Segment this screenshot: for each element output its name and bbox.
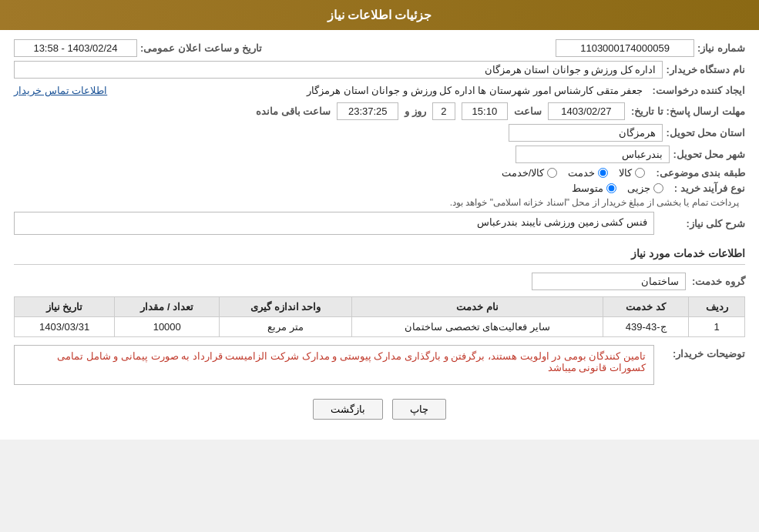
cell-radif: 1 — [689, 317, 745, 337]
ettelaat-tamas-link[interactable]: اطلاعات تماس خریدار — [14, 85, 107, 96]
pair-tarikh: تاریخ و ساعت اعلان عمومی: 1403/02/24 - 1… — [14, 39, 262, 57]
shahr-value: بندرعباس — [516, 146, 670, 163]
col-radif: ردیف — [689, 297, 745, 317]
cell-vahed: متر مربع — [220, 317, 352, 337]
tozihat-value: تامین کنندگان بومی در اولویت هستند، برگر… — [14, 345, 654, 385]
saat-label: ساعت — [514, 105, 542, 117]
ostan-label: استان محل تحویل: — [666, 127, 745, 139]
radio-motavaset-input[interactable] — [606, 183, 616, 193]
table-head: ردیف کد خدمت نام خدمت واحد اندازه گیری ت… — [15, 297, 745, 317]
radio-jozvi-input[interactable] — [653, 183, 663, 193]
ijad-label: ایجاد کننده درخواست: — [652, 85, 745, 96]
radio-motavaset: متوسط — [572, 182, 616, 194]
row-mohlat: مهلت ارسال پاسخ: تا تاریخ: 1403/02/27 سا… — [14, 102, 745, 120]
sharh-value: فنس کشی زمین ورزشی نایبند بندرعباس — [14, 212, 654, 235]
row-farayand: نوع فرآیند خرید : جزیی متوسط پرداخت تمام… — [14, 182, 745, 208]
radio-jozvi-label: جزیی — [627, 182, 650, 194]
pair-tabaqe: طبقه بندی موضوعی: کالا خدمت کالا/خدمت — [502, 167, 745, 179]
content-area: شماره نیاز: 1103000174000059 تاریخ و ساع… — [0, 30, 759, 440]
row-tabaqe: طبقه بندی موضوعی: کالا خدمت کالا/خدمت — [14, 167, 745, 179]
radio-kala-input[interactable] — [635, 168, 645, 178]
farayand-radio-group: جزیی متوسط — [572, 182, 663, 194]
bazgasht-button[interactable]: بازگشت — [313, 399, 383, 420]
farayand-label: نوع فرآیند خرید : — [674, 182, 745, 194]
pair-dastgah: نام دستگاه خریدار: اداره کل ورزش و جوانا… — [14, 61, 745, 79]
chap-button[interactable]: چاپ — [392, 399, 446, 420]
tarikh-value: 1403/02/24 - 13:58 — [14, 39, 137, 57]
row-gorohe: گروه خدمت: ساختمان — [14, 273, 745, 290]
row-ostan: استان محل تحویل: هرمزگان — [14, 124, 745, 142]
dastgah-label: نام دستگاه خریدار: — [666, 64, 745, 75]
row-ijad: ایجاد کننده درخواست: جعفر متقی کارشناس ا… — [14, 82, 745, 99]
pair-ostan: استان محل تحویل: هرمزگان — [14, 124, 745, 142]
ijad-value: جعفر متقی کارشناس امور شهرستان ها اداره … — [116, 82, 649, 99]
col-kod: کد خدمت — [603, 297, 689, 317]
col-vahed: واحد اندازه گیری — [220, 297, 352, 317]
row-sharh: شرح کلی نیاز: فنس کشی زمین ورزشی نایبند … — [14, 212, 745, 235]
ostan-value: هرمزگان — [509, 124, 663, 142]
shomara-label: شماره نیاز: — [697, 42, 745, 54]
col-tedad: تعداد / مقدار — [115, 297, 220, 317]
radio-khedmat-label: خدمت — [568, 167, 595, 179]
table-header-row: ردیف کد خدمت نام خدمت واحد اندازه گیری ت… — [15, 297, 745, 317]
page-wrapper: جزئیات اطلاعات نیاز شماره نیاز: 11030001… — [0, 0, 759, 440]
pair-shomara: شماره نیاز: 1103000174000059 — [556, 39, 745, 57]
sharh-section: شرح کلی نیاز: فنس کشی زمین ورزشی نایبند … — [14, 212, 745, 235]
col-tarikh: تاریخ نیاز — [15, 297, 115, 317]
shahr-label: شهر محل تحویل: — [673, 149, 745, 160]
tarikh-label: تاریخ و ساعت اعلان عمومی: — [140, 42, 262, 54]
gorohe-value: ساختمان — [532, 273, 686, 290]
row-dastgah: نام دستگاه خریدار: اداره کل ورزش و جوانا… — [14, 61, 745, 79]
sharh-label-cell: شرح کلی نیاز: — [660, 218, 745, 229]
mohlat-baqi-value: 23:37:25 — [337, 102, 398, 120]
pair-ijad: ایجاد کننده درخواست: جعفر متقی کارشناس ا… — [14, 82, 745, 99]
tabaqe-label: طبقه بندی موضوعی: — [656, 167, 745, 179]
cell-name: سایر فعالیت‌های تخصصی ساختمان — [351, 317, 603, 337]
mohlat-date-value: 1403/02/27 — [548, 102, 625, 120]
radio-khedmat: خدمت — [568, 167, 608, 179]
page-header: جزئیات اطلاعات نیاز — [0, 0, 759, 30]
baqi-label: ساعت باقی مانده — [256, 105, 331, 117]
gorohe-label: گروه خدمت: — [692, 276, 745, 287]
services-table: ردیف کد خدمت نام خدمت واحد اندازه گیری ت… — [14, 296, 745, 337]
mohlat-roz-value: 2 — [432, 102, 455, 120]
mohlat-saat-value: 15:10 — [462, 102, 508, 120]
pair-mohlat: مهلت ارسال پاسخ: تا تاریخ: 1403/02/27 سا… — [256, 102, 745, 120]
radio-kala-khedmat: کالا/خدمت — [502, 167, 558, 179]
radio-kala: کالا — [619, 167, 645, 179]
tozihat-label: توضیحات خریدار: — [673, 348, 745, 360]
table-row: 1 ج-43-439 سایر فعالیت‌های تخصصی ساختمان… — [15, 317, 745, 337]
farayand-note: پرداخت تمام یا بخشی از مبلغ خریدار از مح… — [450, 197, 745, 208]
section2-title: اطلاعات خدمات مورد نیاز — [14, 247, 745, 265]
shomara-value: 1103000174000059 — [556, 39, 694, 57]
pair-farayand: نوع فرآیند خرید : جزیی متوسط — [572, 182, 745, 194]
row-shomara: شماره نیاز: 1103000174000059 تاریخ و ساع… — [14, 39, 745, 57]
radio-kala-khedmat-input[interactable] — [547, 168, 557, 178]
radio-kala-label: کالا — [619, 167, 632, 179]
radio-motavaset-label: متوسط — [572, 182, 603, 194]
sharh-inner: شرح کلی نیاز: فنس کشی زمین ورزشی نایبند … — [14, 212, 745, 235]
roz-label: روز و — [405, 105, 426, 117]
cell-tarikh: 1403/03/31 — [15, 317, 115, 337]
page-title: جزئیات اطلاعات نیاز — [327, 8, 432, 22]
cell-kod: ج-43-439 — [603, 317, 689, 337]
row-tozihat: توضیحات خریدار: تامین کنندگان بومی در او… — [14, 345, 745, 385]
row-shahr: شهر محل تحویل: بندرعباس — [14, 146, 745, 163]
sharh-label: شرح کلی نیاز: — [686, 218, 745, 229]
pair-shahr: شهر محل تحویل: بندرعباس — [14, 146, 745, 163]
mohlat-label: مهلت ارسال پاسخ: تا تاریخ: — [631, 105, 745, 117]
table-body: 1 ج-43-439 سایر فعالیت‌های تخصصی ساختمان… — [15, 317, 745, 337]
radio-jozvi: جزیی — [627, 182, 663, 194]
dastgah-value: اداره کل ورزش و جوانان استان هرمزگان — [14, 61, 663, 79]
radio-khedmat-input[interactable] — [598, 168, 608, 178]
col-name: نام خدمت — [351, 297, 603, 317]
tozihat-label-cell: توضیحات خریدار: — [660, 345, 745, 360]
radio-kala-khedmat-label: کالا/خدمت — [502, 167, 545, 179]
cell-tedad: 10000 — [115, 317, 220, 337]
tabaqe-radio-group: کالا خدمت کالا/خدمت — [502, 167, 646, 179]
button-row: چاپ بازگشت — [14, 399, 745, 420]
